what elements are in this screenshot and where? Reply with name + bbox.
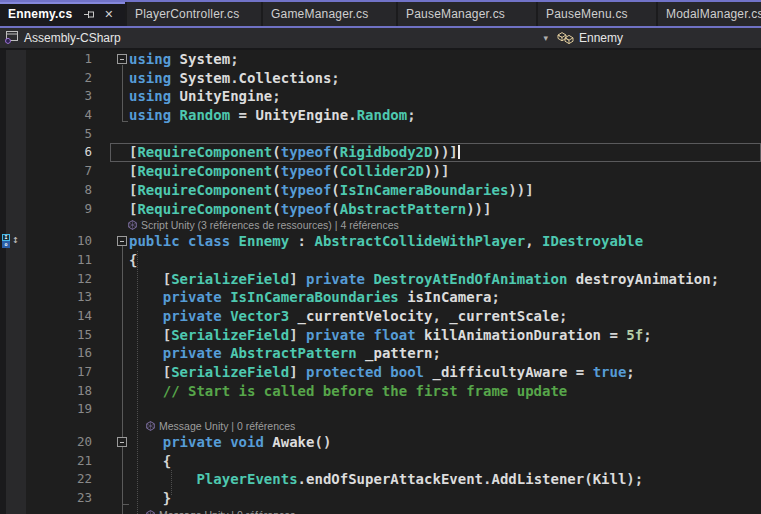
fold-collapse-button[interactable] xyxy=(117,236,127,246)
tab-ennemy-cs[interactable]: Ennemy.cs✕ xyxy=(0,2,127,26)
code-text: [RequireComponent(typeof(IsInCameraBound… xyxy=(129,181,534,200)
code-text: public class Ennemy : AbstractCollideWit… xyxy=(129,232,643,251)
tab-pausemenu-cs[interactable]: PauseMenu.cs xyxy=(538,2,658,26)
code-line-23[interactable]: 23 } xyxy=(0,489,761,508)
code-text: [SerializeField] private float killAnima… xyxy=(129,326,652,345)
line-number[interactable]: 9 xyxy=(0,200,92,219)
code-line-1[interactable]: 1using System; xyxy=(0,50,761,69)
line-number[interactable]: 21 xyxy=(0,452,92,471)
code-text: private IsInCameraBoundaries isInCamera; xyxy=(129,288,500,307)
fold-scope-line xyxy=(122,246,128,514)
code-line-20[interactable]: 20 private void Awake() xyxy=(0,433,761,452)
line-number[interactable]: 13 xyxy=(0,288,92,307)
tab-label: PauseManager.cs xyxy=(406,7,505,21)
code-line-14[interactable]: 14 private Vector3 _currentVelocity, _cu… xyxy=(0,307,761,326)
codelens-text[interactable]: Script Unity (3 références de ressources… xyxy=(128,219,399,231)
type-dropdown[interactable]: Ennemy xyxy=(556,28,761,48)
code-text: using System; xyxy=(129,50,239,69)
line-number[interactable]: 23 xyxy=(0,489,92,508)
code-text: using UnityEngine; xyxy=(129,87,281,106)
line-number[interactable]: 11 xyxy=(0,251,92,270)
tab-label: GameManager.cs xyxy=(271,7,369,21)
line-number[interactable]: 20 xyxy=(0,433,92,452)
line-number[interactable]: 1 xyxy=(0,50,92,69)
line-number[interactable]: 19 xyxy=(0,400,92,419)
code-line-6[interactable]: 6[RequireComponent(typeof(Rigidbody2D))] xyxy=(0,143,761,162)
code-text: [SerializeField] protected bool _difficu… xyxy=(129,363,635,382)
tab-label: PauseMenu.cs xyxy=(546,7,628,21)
code-line-2[interactable]: 2using System.Collections; xyxy=(0,69,761,88)
fold-collapse-button[interactable] xyxy=(117,437,127,447)
code-text: [RequireComponent(typeof(AbstractPattern… xyxy=(129,200,491,219)
line-number[interactable]: 3 xyxy=(0,87,92,106)
code-line-8[interactable]: 8[RequireComponent(typeof(IsInCameraBoun… xyxy=(0,181,761,200)
code-line-11[interactable]: 11{ xyxy=(0,251,761,270)
codelens-text[interactable]: Message Unity | 0 références xyxy=(146,509,295,514)
line-number[interactable]: 5 xyxy=(0,125,92,144)
codelens-row[interactable]: Message Unity | 0 références xyxy=(0,508,761,514)
code-text: PlayerEvents.endOfSuperAttackEvent.AddLi… xyxy=(129,470,643,489)
line-number[interactable]: 4 xyxy=(0,106,92,125)
line-number[interactable]: 7 xyxy=(0,162,92,181)
line-number[interactable]: 15 xyxy=(0,326,92,345)
code-line-3[interactable]: 3using UnityEngine; xyxy=(0,87,761,106)
fold-scope-line xyxy=(122,65,128,122)
class-icon xyxy=(556,30,574,47)
chevron-down-icon[interactable]: ▾ xyxy=(543,33,556,43)
line-number[interactable]: 2 xyxy=(0,69,92,88)
code-text: // Start is called before the first fram… xyxy=(129,382,567,401)
code-line-16[interactable]: 16 private AbstractPattern _pattern; xyxy=(0,344,761,363)
line-number[interactable]: 22 xyxy=(0,470,92,489)
code-line-9[interactable]: 9[RequireComponent(typeof(AbstractPatter… xyxy=(0,200,761,219)
unity-script-margin-icon[interactable]: Io↕ xyxy=(2,234,26,249)
code-line-12[interactable]: 12 [SerializeField] private DestroyAtEnd… xyxy=(0,270,761,289)
tab-playercontroller-cs[interactable]: PlayerController.cs xyxy=(127,2,263,26)
project-dropdown[interactable]: Assembly-CSharp ▾ xyxy=(0,28,556,48)
code-text: [RequireComponent(typeof(Collider2D))] xyxy=(129,162,449,181)
text-cursor xyxy=(458,145,460,159)
codelens-row[interactable]: Script Unity (3 références de ressources… xyxy=(0,218,761,232)
code-text: { xyxy=(129,452,171,471)
close-icon[interactable]: ✕ xyxy=(101,7,117,21)
code-line-18[interactable]: 18 // Start is called before the first f… xyxy=(0,382,761,401)
code-line-21[interactable]: 21 { xyxy=(0,452,761,471)
vs-editor-window: Ennemy.cs✕PlayerController.csGameManager… xyxy=(0,0,761,514)
code-line-15[interactable]: 15 [SerializeField] private float killAn… xyxy=(0,326,761,345)
code-line-19[interactable]: 19 xyxy=(0,400,761,419)
tab-label: PlayerController.cs xyxy=(135,7,240,21)
tab-gamemanager-cs[interactable]: GameManager.cs xyxy=(263,2,398,26)
tab-modalmanager-cs[interactable]: ModalManager.cs xyxy=(658,2,761,26)
code-line-22[interactable]: 22 PlayerEvents.endOfSuperAttackEvent.Ad… xyxy=(0,470,761,489)
line-number[interactable]: 14 xyxy=(0,307,92,326)
line-number[interactable]: 8 xyxy=(0,181,92,200)
code-line-7[interactable]: 7[RequireComponent(typeof(Collider2D))] xyxy=(0,162,761,181)
code-line-13[interactable]: 13 private IsInCameraBoundaries isInCame… xyxy=(0,288,761,307)
line-number[interactable]: 18 xyxy=(0,382,92,401)
tab-label: ModalManager.cs xyxy=(666,7,761,21)
project-name: Assembly-CSharp xyxy=(24,31,121,45)
line-number[interactable]: 6 xyxy=(0,143,92,162)
line-number[interactable]: 16 xyxy=(0,344,92,363)
code-line-17[interactable]: 17 [SerializeField] protected bool _diff… xyxy=(0,363,761,382)
code-line-10[interactable]: Io↕10public class Ennemy : AbstractColli… xyxy=(0,232,761,251)
line-number[interactable]: 12 xyxy=(0,270,92,289)
code-text: private void Awake() xyxy=(129,433,331,452)
code-text: using System.Collections; xyxy=(129,69,340,88)
indent-guide xyxy=(171,470,172,495)
codelens-row[interactable]: Message Unity | 0 références xyxy=(0,419,761,433)
code-editor[interactable]: 1using System;2using System.Collections;… xyxy=(0,50,761,514)
code-text: [RequireComponent(typeof(Rigidbody2D))] xyxy=(129,143,460,162)
line-number[interactable]: 17 xyxy=(0,363,92,382)
document-tab-bar: Ennemy.cs✕PlayerController.csGameManager… xyxy=(0,0,761,28)
code-line-4[interactable]: 4using Random = UnityEngine.Random; xyxy=(0,106,761,125)
navigation-bar: Assembly-CSharp ▾ Ennemy xyxy=(0,28,761,50)
fold-collapse-button[interactable] xyxy=(117,54,127,64)
code-text: [SerializeField] private DestroyAtEndOfA… xyxy=(129,270,719,289)
tab-pausemanager-cs[interactable]: PauseManager.cs xyxy=(398,2,538,26)
csharp-project-icon xyxy=(4,30,19,47)
codelens-text[interactable]: Message Unity | 0 références xyxy=(146,420,295,432)
indent-guide xyxy=(137,251,138,514)
pin-icon[interactable] xyxy=(81,7,97,21)
code-line-5[interactable]: 5 xyxy=(0,125,761,144)
type-name: Ennemy xyxy=(579,31,623,45)
